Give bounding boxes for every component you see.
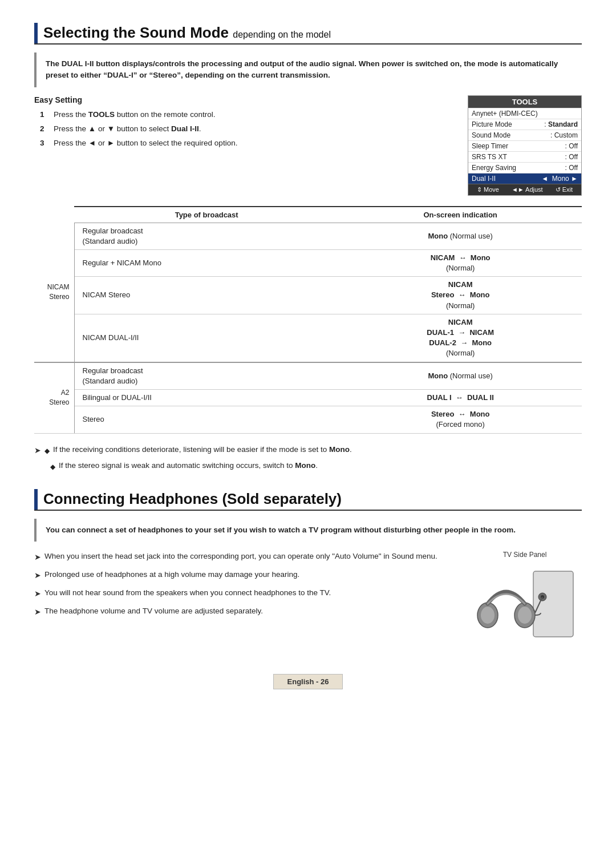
tools-row-anynet: Anynet+ (HDMI-CEC) [468,108,581,119]
note-item-1: ➤ ◆ If the receiving conditions deterior… [34,444,582,457]
table-label-nicam: NICAMStereo [34,223,74,362]
easy-setting-label: Easy Setting [34,95,456,104]
headphones-notes: ➤ When you insert the head set jack into… [34,551,456,624]
table-row-2: Regular + NICAM Mono NICAM ↔ Mono(Normal… [34,249,582,276]
svg-point-4 [481,607,495,624]
table-col-indication: On-screen indication [339,207,582,223]
tools-row-sound: Sound Mode : Custom [468,130,581,140]
easy-setting-text: Easy Setting 1 Press the TOOLS button on… [34,95,456,196]
section2-accent [34,489,38,510]
section1-title-text: Selecting the Sound Mode [43,24,229,41]
table-row-7: Stereo Stereo ↔ Mono(Forced mono) [34,406,582,433]
section1-title-bar: Selecting the Sound Mode depending on th… [34,23,582,45]
table-col-broadcast: Type of broadcast [74,207,339,223]
table-col-label-empty [34,207,74,223]
section-sound-mode: Selecting the Sound Mode depending on th… [34,23,582,472]
table-row-6: Bilingual or DUAL-I/II DUAL I ↔ DUAL II [34,389,582,406]
headphone-illustration [471,566,579,640]
headphones-note-1: ➤ When you insert the head set jack into… [34,551,456,563]
table-row-1: NICAMStereo Regular broadcast(Standard a… [34,223,582,249]
section1-notes: ➤ ◆ If the receiving conditions deterior… [34,444,582,472]
tools-header: TOOLS [468,96,581,108]
step-2: 2 Press the ▲ or ▼ button to select Dual… [40,123,456,135]
table-label-a2: A2Stereo [34,362,74,433]
section1-accent [34,23,38,43]
section2-title-bar: Connecting Headphones (Sold separately) [34,489,582,511]
page-footer-badge: English - 26 [273,674,343,689]
section1-subtitle: depending on the model [233,30,331,39]
section1-intro: The DUAL I-II button displays/controls t… [34,53,582,87]
step-3: 3 Press the ◄ or ► button to select the … [40,138,456,149]
note-item-2: ◆ If the stereo signal is weak and autom… [34,460,582,472]
easy-setting-steps: 1 Press the TOOLS button on the remote c… [34,109,456,150]
section2-intro: You can connect a set of headphones to y… [34,519,582,542]
tools-row-dual: Dual I-II ◄ Mono ► [468,173,581,184]
tools-panel: TOOLS Anynet+ (HDMI-CEC) Picture Mode : … [468,95,582,196]
tv-side-panel-label: TV Side Panel [503,551,547,559]
tools-row-energy: Energy Saving : Off [468,162,581,173]
section-headphones: Connecting Headphones (Sold separately) … [34,489,582,640]
tools-row-picture: Picture Mode : Standard [468,119,581,130]
tools-row-sleep: Sleep Timer : Off [468,140,581,151]
svg-point-6 [518,607,532,624]
headphones-content: ➤ When you insert the head set jack into… [34,551,582,640]
table-row-5: A2Stereo Regular broadcast(Standard audi… [34,362,582,390]
table-row-3: NICAM Stereo NICAMStereo ↔ Mono(Normal) [34,277,582,314]
table-row-4: NICAM DUAL-I/II NICAMDUAL-1 → NICAMDUAL-… [34,314,582,362]
step-1: 1 Press the TOOLS button on the remote c… [40,109,456,120]
broadcast-table: Type of broadcast On-screen indication N… [34,206,582,434]
headphones-note-4: ➤ The headphone volume and TV volume are… [34,605,456,618]
section1-title: Selecting the Sound Mode depending on th… [43,24,331,42]
section2-title: Connecting Headphones (Sold separately) [43,490,342,508]
tools-row-srs: SRS TS XT : Off [468,151,581,162]
tools-footer: ⇕ Move ◄► Adjust ↺ Exit [468,184,581,195]
easy-setting-section: Easy Setting 1 Press the TOOLS button on… [34,95,582,196]
headphones-image-area: TV Side Panel [468,551,582,640]
headphones-note-3: ➤ You will not hear sound from the speak… [34,587,456,600]
headphones-note-2: ➤ Prolonged use of headphones at a high … [34,569,456,581]
